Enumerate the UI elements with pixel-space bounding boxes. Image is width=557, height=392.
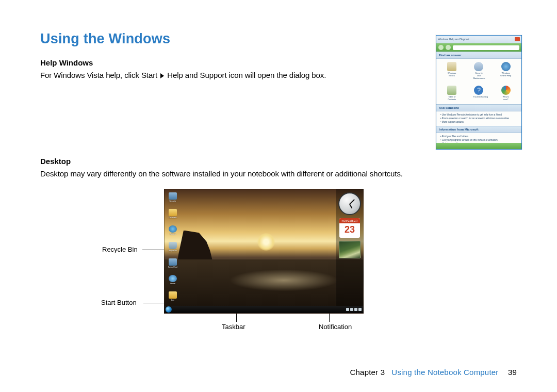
hw-search (453, 45, 519, 50)
page-footer: Chapter 3 Using the Notebook Computer 39 (350, 368, 517, 377)
tray-icon (350, 308, 353, 311)
help-window-figure: Windows Help and Support Find an answer … (436, 35, 522, 150)
hw-ic-lbl: What's new? (503, 95, 509, 101)
control-panel-icon: Control Panel (168, 258, 178, 269)
documents-icon: Documents (168, 209, 178, 219)
forward-icon (446, 45, 451, 50)
footer-chapter-label: Chapter 3 (350, 368, 385, 377)
user-icon: User (168, 291, 178, 302)
hw-ic-lbl: Windows Online Help (500, 72, 511, 77)
tray-icon (358, 308, 362, 311)
hw-ask-list: Use Windows Remote Assistance to get hel… (436, 111, 521, 126)
desktop-figure: Recycle Bin Start Button Taskbar Notific… (40, 189, 432, 344)
tray-icon (346, 308, 349, 311)
network-icon: Network (168, 225, 178, 236)
cal-day: 23 (339, 223, 360, 236)
computer-icon: Computer (168, 192, 178, 203)
shore-reflection (165, 259, 363, 306)
hw-section-info: Information from Microsoft (436, 126, 521, 133)
ie-icon: Internet (168, 275, 178, 285)
desktop-heading: Desktop (40, 157, 517, 166)
callout-recycle: Recycle Bin (102, 246, 138, 253)
tray-icon (354, 308, 357, 311)
slideshow-gadget-icon (339, 241, 361, 258)
hw-line: Use Windows Remote Assistance to get hel… (440, 113, 517, 117)
hw-line: Post a question or search for an answer … (440, 117, 517, 120)
globe-icon (501, 62, 511, 71)
book-icon (447, 62, 456, 71)
list-icon (447, 86, 456, 95)
hw-icons-row2: Table of Contents ?Troubleshooting What'… (436, 83, 521, 104)
callout-taskbar: Taskbar (222, 323, 245, 331)
footer-page-number: 39 (508, 368, 517, 377)
vista-sidebar: NOVEMBER 23 (336, 189, 363, 306)
hw-ic-lbl: Troubleshooting (473, 95, 488, 98)
footer-chapter-title: Using the Notebook Computer (391, 368, 498, 377)
hw-titlebar: Windows Help and Support (436, 36, 521, 43)
start-button-icon (166, 306, 172, 313)
desktop-icons-column: Computer Documents Network Recycle Bin C… (168, 192, 178, 302)
hw-footer (436, 143, 521, 149)
callout-start: Start Button (101, 299, 137, 306)
recycle-bin-icon: Recycle Bin (168, 242, 178, 252)
lead-start (143, 303, 167, 303)
hw-section-ask: Ask someone (436, 104, 521, 111)
sun-glow (257, 233, 275, 251)
hw-ic-lbl: Security and Maintenance (473, 72, 485, 79)
taskbar (165, 306, 363, 313)
flag-icon (501, 86, 511, 95)
hw-line: Get your programs to work on this versio… (440, 138, 517, 142)
help-body-pre: For Windows Vista help, click Start (40, 71, 157, 79)
cal-month: NOVEMBER (339, 218, 360, 223)
hw-ic-lbl: Windows Basics (448, 72, 456, 77)
notification-area (346, 308, 363, 311)
back-icon (438, 45, 444, 50)
triangle-icon (160, 73, 164, 78)
hw-title: Windows Help and Support (438, 38, 469, 41)
shield-icon (474, 62, 483, 71)
hw-line: More support options (440, 120, 517, 124)
help-body-post: Help and Support icon will open the dial… (167, 71, 326, 79)
hw-toolbar (436, 43, 521, 52)
close-icon (515, 37, 520, 41)
calendar-gadget-icon: NOVEMBER 23 (339, 218, 360, 238)
hw-line: Find your files and folders (440, 135, 517, 138)
question-icon: ? (474, 86, 483, 95)
clock-gadget-icon (338, 192, 361, 215)
desktop-body: Desktop may vary differently on the soft… (40, 169, 517, 179)
hw-icons-row1: Windows Basics Security and Maintenance … (436, 59, 521, 83)
hw-section-find: Find an answer (436, 52, 521, 59)
desktop-screenshot: Computer Documents Network Recycle Bin C… (164, 189, 364, 314)
callout-notif: Notification (319, 323, 352, 331)
hw-ic-lbl: Table of Contents (448, 95, 456, 101)
